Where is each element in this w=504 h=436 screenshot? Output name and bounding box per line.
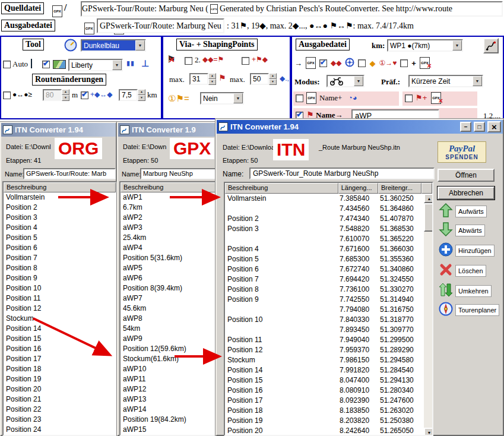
list-item[interactable]: Position 4 <box>4 223 116 233</box>
modus-select[interactable]: ▼ <box>327 75 364 87</box>
move-down-action[interactable]: Abwärts <box>439 222 485 238</box>
chevron-down-icon[interactable]: ▼ <box>112 60 122 70</box>
list-item[interactable]: Position 2 <box>4 203 116 213</box>
table-row[interactable]: Position 168.08091051.280340 <box>225 386 424 396</box>
table-row[interactable]: Position 188.18385051.263020 <box>225 406 424 416</box>
list-item[interactable]: Position 23 <box>4 415 116 425</box>
output-file-field[interactable]: GPSwerk-Tour/Route: Marburg Neu <box>97 18 224 33</box>
gpx-file-icon[interactable]: GPX <box>52 5 62 17</box>
tour-planner-action[interactable]: Tourenplaner <box>439 302 499 318</box>
paypal-donate-button[interactable]: PayPal SPENDEN <box>438 141 486 163</box>
map-style-select[interactable]: Liberty ▼ <box>68 59 123 71</box>
list-item[interactable]: Stockum <box>4 314 116 324</box>
gpx-delete-icon[interactable]: GPX <box>431 92 441 104</box>
output-gpx-icon[interactable]: GPX <box>84 23 94 34</box>
route-symbol-button[interactable] <box>483 38 499 53</box>
list-item[interactable]: Position 18 <box>4 364 116 374</box>
list-item[interactable]: Position 22 <box>4 405 116 415</box>
table-row[interactable]: Position 178.09239051.247600 <box>225 396 424 406</box>
table-row[interactable]: Position 97.74255051.314940 <box>225 295 424 305</box>
source-file-field[interactable]: GPSwerk-Tour/Route: Marburg Neu ( GPX Ge… <box>81 1 503 17</box>
map-preview-icon[interactable] <box>53 60 66 69</box>
vertical-scrollbar[interactable]: ▲ ▼ <box>424 194 433 436</box>
gpx-delete-icon[interactable]: GPX <box>420 57 430 69</box>
column-header-breitengrad[interactable]: Breitengr... <box>378 183 421 194</box>
spin-up-icon[interactable]: ▲ <box>208 73 216 79</box>
table-row[interactable]: 7.79408051.316750 <box>225 305 424 315</box>
wheel-icon[interactable] <box>345 58 354 69</box>
list-item[interactable]: Position 9 <box>4 273 116 283</box>
delete-action[interactable]: Löschen <box>439 263 486 279</box>
gpx-target-icon[interactable]: GPX <box>306 57 316 69</box>
list-item[interactable]: Position 10 <box>4 283 116 293</box>
org-window-titlebar[interactable]: ITN Converter 1.94 <box>1 123 116 137</box>
table-row[interactable]: 7.61007051.365220 <box>225 234 424 244</box>
chevron-down-icon[interactable]: ▼ <box>233 93 243 103</box>
spin-up-icon[interactable]: ▲ <box>138 89 145 95</box>
list-item[interactable]: Position 7 <box>4 253 116 263</box>
spin-down-icon[interactable]: ▼ <box>269 79 277 85</box>
scrollbar-thumb[interactable] <box>424 203 433 232</box>
max-flags-stepper[interactable]: 31 ▲▼ <box>189 73 216 85</box>
table-row[interactable]: 7.89345051.309770 <box>225 325 424 335</box>
table-row[interactable]: Position 67.67274051.340860 <box>225 264 424 274</box>
table-row[interactable]: Position 27.47434051.407870 <box>225 214 424 224</box>
scroll-down-icon[interactable]: ▼ <box>424 428 433 436</box>
auto-checkbox[interactable] <box>3 61 11 68</box>
close-button[interactable]: × <box>487 121 501 132</box>
column-header[interactable]: Beschreibung <box>4 182 116 192</box>
pause-bars-icon[interactable]: ▮▮ <box>126 59 135 67</box>
clock-icons[interactable]: ◔◕ <box>348 93 357 102</box>
spin-up-icon[interactable]: ▲ <box>62 89 69 95</box>
shaping-distance-stepper[interactable]: 7,5 ▲▼ <box>119 89 145 101</box>
list-item[interactable]: Position 17 <box>4 354 116 364</box>
chevron-down-icon[interactable]: ▼ <box>354 76 363 86</box>
spin-down-icon[interactable]: ▼ <box>62 95 69 101</box>
maximize-button[interactable]: □ <box>474 122 485 132</box>
minimize-button[interactable]: – <box>460 122 471 132</box>
list-item[interactable]: Position 5 <box>4 233 116 243</box>
table-row[interactable]: Position 107.84033051.318770 <box>225 315 424 325</box>
list-item[interactable]: Position 20 <box>4 384 116 394</box>
table-row[interactable]: Position 158.04740051.294130 <box>225 375 424 386</box>
list-item[interactable]: Position 3 <box>4 213 116 223</box>
first-equals-last-select[interactable]: Nein ▼ <box>200 92 244 105</box>
tbar-icon[interactable]: ⊥ <box>141 58 149 69</box>
list-item[interactable]: Position 19 <box>4 374 116 384</box>
list-item[interactable]: Position 24 <box>4 425 116 435</box>
praef-select[interactable]: Kürzere Zeit ▼ <box>408 75 483 87</box>
list-item[interactable]: Position 16 <box>4 344 116 354</box>
table-row[interactable]: Position 57.68530051.355360 <box>225 254 424 264</box>
cancel-button[interactable]: Abbrechen <box>438 187 495 200</box>
list-item[interactable]: Position 12 <box>4 304 116 314</box>
column-header-laengengrad[interactable]: Längeng... <box>338 183 378 194</box>
list-item[interactable]: Position 11 <box>4 293 116 304</box>
table-row[interactable]: Position 77.69442051.324550 <box>225 274 424 285</box>
table-row[interactable]: Position 87.73610051.330270 <box>225 285 424 295</box>
list-item[interactable]: Position 21 <box>4 394 116 405</box>
table-row[interactable]: Position 208.24264051.265050 <box>225 426 424 436</box>
flag-x-icon[interactable]: ⚑× <box>167 53 175 66</box>
table-row[interactable]: Position 47.67160051.366030 <box>225 244 424 254</box>
spin-down-icon[interactable]: ▼ <box>208 79 216 85</box>
add-action[interactable]: Hinzufügen <box>439 242 495 258</box>
route-name-field[interactable]: GPSwerk-Tour_Route Marburg NeuShp <box>249 168 435 179</box>
table-row[interactable]: Position 198.20382051.250380 <box>225 416 424 426</box>
table-row[interactable]: Vollmarstein7.38584051.360250 <box>225 194 424 204</box>
list-item[interactable]: Position 15 <box>4 334 116 344</box>
flag-plus-checkbox[interactable] <box>405 94 413 102</box>
scroll-up-icon[interactable]: ▲ <box>424 194 433 203</box>
plus-checkbox[interactable] <box>400 59 408 67</box>
column-header-beschreibung[interactable]: Beschreibung <box>225 183 338 194</box>
second-flag-checkbox[interactable] <box>185 57 192 65</box>
map-checkbox[interactable] <box>42 61 50 68</box>
min-distance-stepper[interactable]: 80 ▲▼ <box>43 89 69 101</box>
table-row[interactable]: 7.43456051.364860 <box>225 204 424 214</box>
list-item[interactable]: Position 14 <box>4 324 116 334</box>
save-icon[interactable] <box>31 59 32 68</box>
min-distance-checkbox[interactable] <box>3 91 11 99</box>
waypoint-mode-select[interactable]: WP1 ●(7km) ▼ <box>387 39 463 52</box>
chevron-down-icon[interactable]: ▼ <box>473 76 482 86</box>
spin-up-icon[interactable]: ▲ <box>269 73 277 79</box>
list-item[interactable]: Position 6 <box>4 243 116 253</box>
